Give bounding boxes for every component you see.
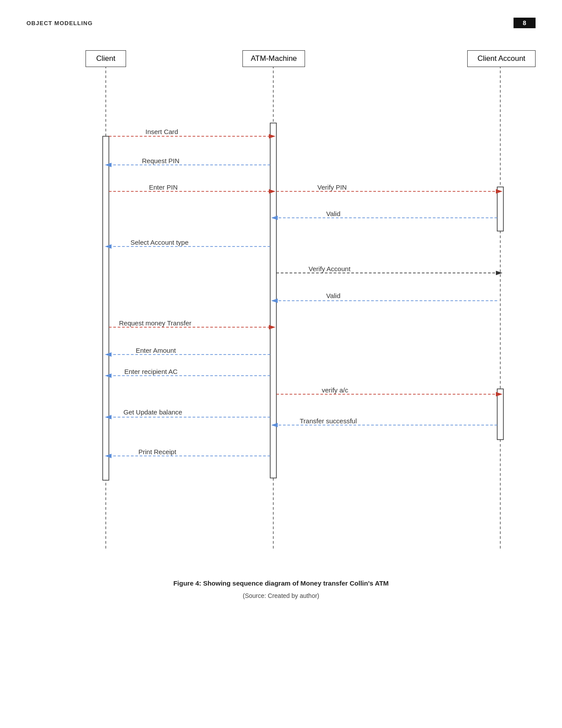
page-header: OBJECT MODELLING 8 <box>26 18 536 28</box>
msg-enter-recipient: Enter recipient AC <box>124 368 178 375</box>
diagram-svg <box>26 41 536 571</box>
svg-marker-36 <box>105 454 112 458</box>
msg-request-pin: Request PIN <box>142 157 179 164</box>
svg-rect-6 <box>497 389 503 440</box>
lifeline-atm: ATM-Machine <box>242 50 305 67</box>
msg-valid-1: Valid <box>326 210 340 217</box>
sequence-diagram: Client ATM-Machine Client Account Insert… <box>26 41 536 571</box>
msg-select-account: Select Account type <box>130 239 189 246</box>
svg-marker-32 <box>105 415 112 419</box>
page-number: 8 <box>514 18 536 28</box>
msg-verify-pin: Verify PIN <box>317 183 347 191</box>
msg-valid-2: Valid <box>326 292 340 299</box>
svg-marker-24 <box>269 325 275 329</box>
lifeline-account: Client Account <box>467 50 536 67</box>
svg-marker-18 <box>105 244 112 249</box>
svg-marker-26 <box>105 352 112 357</box>
msg-print-receipt: Print Receipt <box>138 448 176 455</box>
svg-rect-5 <box>497 187 503 231</box>
figure-source: (Source: Created by author) <box>26 592 536 599</box>
svg-marker-10 <box>105 163 112 167</box>
msg-update-balance: Get Update balance <box>123 408 182 416</box>
svg-rect-3 <box>103 136 109 480</box>
svg-marker-22 <box>271 299 278 303</box>
msg-verify-ac: verify a/c <box>322 386 348 394</box>
header-title: OBJECT MODELLING <box>26 20 93 26</box>
figure-caption-area: Figure 4: Showing sequence diagram of Mo… <box>26 579 536 599</box>
figure-caption: Figure 4: Showing sequence diagram of Mo… <box>26 579 536 587</box>
msg-verify-account: Verify Account <box>309 265 350 273</box>
svg-marker-8 <box>269 134 275 138</box>
svg-marker-12 <box>269 189 275 194</box>
msg-request-transfer: Request money Transfer <box>119 319 191 327</box>
svg-marker-14 <box>496 189 502 194</box>
svg-marker-28 <box>105 373 112 378</box>
svg-marker-34 <box>271 423 278 427</box>
msg-enter-pin: Enter PIN <box>149 183 178 191</box>
lifeline-client: Client <box>86 50 126 67</box>
msg-transfer-successful: Transfer successful <box>300 417 357 425</box>
msg-insert-card: Insert Card <box>145 128 178 135</box>
svg-marker-16 <box>271 216 278 220</box>
svg-marker-30 <box>496 392 502 396</box>
msg-enter-amount: Enter Amount <box>136 347 176 354</box>
svg-marker-20 <box>496 271 502 275</box>
svg-rect-4 <box>270 123 276 478</box>
